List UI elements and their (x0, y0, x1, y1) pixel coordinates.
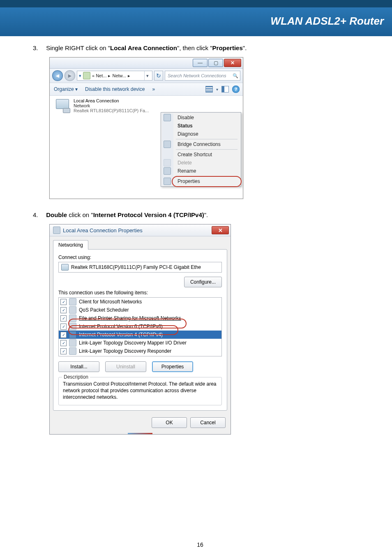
shield-icon (164, 114, 171, 121)
component-list[interactable]: ✓Client for Microsoft Networks ✓QoS Pack… (58, 297, 222, 356)
refresh-button[interactable]: ↻ (154, 71, 163, 81)
description-text: Transmission Control Protocol/Internet P… (63, 381, 217, 401)
forward-button[interactable]: ► (65, 70, 75, 81)
shield-icon (164, 178, 171, 185)
menu-disable[interactable]: Disable (173, 113, 240, 122)
service-icon (69, 314, 76, 322)
adapter-icon (61, 264, 69, 271)
address-bar[interactable]: ▾ « Net... ▸ Netw... ▸ ▾ (77, 71, 152, 81)
page-header: WLAN ADSL2+ Router (0, 0, 392, 36)
address-dropdown[interactable]: ▾ (144, 71, 150, 80)
service-icon (69, 306, 76, 314)
network-icon (53, 227, 60, 234)
network-adapter-icon (54, 98, 70, 113)
properties-dialog: Local Area Connection Properties ✕ Netwo… (49, 224, 231, 435)
connection-name: Local Area Connection (74, 98, 149, 103)
tab-networking[interactable]: Networking (53, 240, 88, 250)
shield-icon (164, 141, 171, 148)
search-input[interactable]: Search Network Connections 🔍 (165, 71, 240, 81)
connection-device: Realtek RTL8168C(P)/8111C(P) Fa... (74, 108, 149, 113)
disable-device-button[interactable]: Disable this network device (85, 86, 145, 92)
network-connections-window: — ▢ ✕ ◄ ► ▾ « Net... ▸ Netw... ▸ (49, 57, 243, 199)
menu-delete: Delete (173, 159, 240, 167)
description-group: Description Transmission Control Protoco… (58, 377, 222, 405)
step-4: 4. Double click on "Internet Protocol Ve… (33, 211, 367, 218)
list-item-selected[interactable]: ✓Internet Protocol Version 4 (TCP/IPv4) (59, 331, 221, 339)
page-number: 16 (33, 541, 367, 548)
protocol-icon (69, 339, 76, 347)
adapter-field: Realtek RTL8168C(P)/8111C(P) Family PCI-… (58, 262, 222, 273)
uses-label: This connection uses the following items… (58, 290, 222, 296)
menu-rename[interactable]: Rename (173, 167, 240, 175)
connection-status: Network (74, 103, 149, 108)
properties-button[interactable]: Properties (152, 361, 193, 372)
header-title: WLAN ADSL2+ Router (270, 15, 384, 28)
ok-button[interactable]: OK (152, 417, 187, 428)
highlight-circle (172, 176, 242, 187)
back-button[interactable]: ◄ (52, 70, 63, 81)
minimize-button[interactable]: — (193, 59, 208, 67)
install-button[interactable]: Install... (58, 361, 99, 372)
client-icon (69, 298, 76, 305)
menu-diagnose[interactable]: Diagnose (173, 130, 240, 138)
menu-bridge[interactable]: Bridge Connections (173, 140, 240, 148)
list-item[interactable]: ✓Link-Layer Topology Discovery Mapper I/… (59, 339, 221, 347)
dialog-title: Local Area Connection Properties ✕ (50, 224, 231, 236)
maximize-button[interactable]: ▢ (208, 59, 223, 67)
view-icon[interactable] (205, 86, 213, 92)
protocol-icon (69, 323, 76, 330)
close-button[interactable]: ✕ (212, 226, 229, 234)
folder-icon (83, 72, 90, 79)
help-icon[interactable]: ? (232, 86, 240, 93)
uninstall-button: Uninstall (105, 361, 146, 372)
list-item[interactable]: ✓File and Printer Sharing for Microsoft … (59, 314, 221, 322)
configure-button[interactable]: Configure... (184, 277, 222, 287)
shield-icon (164, 167, 171, 175)
protocol-icon (69, 331, 76, 338)
list-item[interactable]: ✓Internet Protocol Version 6 (TCP/IPv6) (59, 322, 221, 331)
menu-status[interactable]: Status (173, 122, 240, 130)
organize-menu[interactable]: Organize ▾ (54, 86, 78, 92)
cancel-button[interactable]: Cancel (190, 417, 226, 428)
shield-icon (164, 159, 171, 166)
connect-using-label: Connect using: (58, 254, 222, 260)
list-item[interactable]: ✓Client for Microsoft Networks (59, 298, 221, 306)
search-icon: 🔍 (233, 73, 238, 79)
context-menu: Disable Status Diagnose Bridge Connectio… (161, 112, 241, 187)
menu-shortcut[interactable]: Create Shortcut (173, 150, 240, 159)
preview-pane-icon[interactable] (221, 86, 229, 92)
protocol-icon (69, 347, 76, 355)
connection-item[interactable]: Local Area Connection Network Realtek RT… (54, 98, 177, 113)
accent-bar (128, 433, 152, 434)
step-3: 3. Single RIGHT click on "Local Area Con… (33, 44, 367, 51)
close-button[interactable]: ✕ (224, 59, 241, 67)
toolbar-overflow[interactable]: » (152, 86, 155, 92)
titlebar: — ▢ ✕ (50, 58, 243, 69)
list-item[interactable]: ✓Link-Layer Topology Discovery Responder (59, 347, 221, 355)
list-item[interactable]: ✓QoS Packet Scheduler (59, 306, 221, 314)
menu-properties[interactable]: Properties (173, 177, 240, 185)
